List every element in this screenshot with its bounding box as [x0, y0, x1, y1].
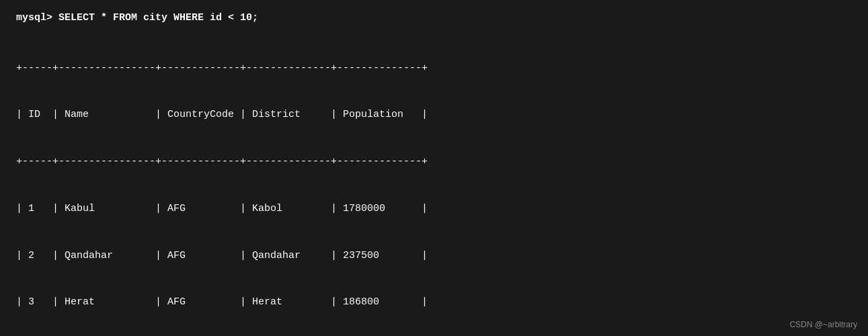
data-row-3: | 3 | Herat | AFG | Herat | 186800 | [16, 294, 852, 310]
sql-command: mysql> SELECT * FROM city WHERE id < 10; [16, 12, 852, 24]
separator-mid: +-----+----------------+-------------+--… [16, 154, 852, 169]
header-row: | ID | Name | CountryCode | District | P… [16, 107, 852, 122]
data-row-2: | 2 | Qandahar | AFG | Qandahar | 237500… [16, 248, 852, 263]
data-row-1: | 1 | Kabul | AFG | Kabol | 1780000 | [16, 201, 852, 216]
terminal-window: mysql> SELECT * FROM city WHERE id < 10;… [0, 0, 868, 336]
watermark-text: CSDN @~arbitrary [789, 320, 857, 329]
sql-output: +-----+----------------+-------------+--… [16, 29, 852, 336]
separator-top: +-----+----------------+-------------+--… [16, 60, 852, 76]
